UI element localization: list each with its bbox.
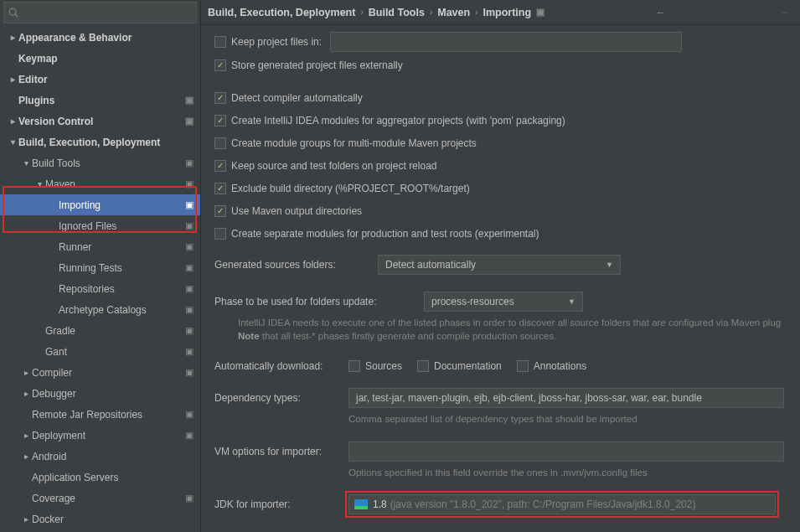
- project-scope-icon: ▣: [185, 367, 197, 378]
- keep-project-files-path-input[interactable]: [330, 32, 682, 52]
- project-scope-icon: ▣: [185, 220, 197, 231]
- sidebar-item-label: Build, Execution, Deployment: [18, 137, 197, 148]
- sidebar-item-appearance-behavior[interactable]: ▸Appearance & Behavior: [0, 27, 200, 48]
- sidebar-item-running-tests[interactable]: ▸Running Tests▣: [0, 257, 200, 278]
- sidebar-item-label: Keymap: [18, 53, 197, 65]
- phase-hint: IntelliJ IDEA needs to execute one of th…: [238, 317, 800, 343]
- sidebar-item-importing[interactable]: ▸Importing▣: [0, 194, 200, 215]
- maven-output-label: Use Maven output directories: [231, 205, 362, 217]
- settings-sidebar: ▸Appearance & Behavior▸Keymap▸Editor▸Plu…: [0, 0, 201, 532]
- project-scope-icon: ▣: [185, 325, 197, 336]
- sidebar-item-gant[interactable]: ▸Gant▣: [0, 341, 200, 362]
- separate-modules-checkbox[interactable]: [214, 228, 226, 240]
- chevron-right-icon: ▸: [20, 389, 32, 398]
- search-icon: [8, 7, 19, 18]
- chevron-down-icon: ▼: [568, 297, 575, 306]
- chevron-right-icon: ▸: [20, 368, 32, 377]
- project-scope-icon: ▣: [185, 409, 197, 420]
- chevron-right-icon: ›: [430, 8, 432, 17]
- phase-value: process-resources: [431, 296, 514, 307]
- sidebar-item-remote-jar-repositories[interactable]: ▸Remote Jar Repositories▣: [0, 404, 200, 425]
- svg-point-0: [9, 8, 16, 15]
- sidebar-item-label: Gant: [45, 346, 185, 358]
- sidebar-item-deployment[interactable]: ▸Deployment▣: [0, 425, 200, 446]
- create-groups-checkbox[interactable]: [214, 137, 226, 149]
- sidebar-item-docker[interactable]: ▸Docker: [0, 509, 200, 529]
- callout-box-jdk: 1.8 (java version "1.8.0_202", path: C:/…: [345, 491, 779, 518]
- sidebar-item-label: Compiler: [32, 367, 185, 379]
- sidebar-item-gradle[interactable]: ▸Gradle▣: [0, 320, 200, 341]
- detect-compiler-label: Detect compiler automatically: [231, 92, 363, 104]
- sidebar-item-version-control[interactable]: ▸Version Control▣: [0, 111, 200, 132]
- create-modules-checkbox[interactable]: [214, 115, 226, 127]
- phase-dropdown[interactable]: process-resources ▼: [424, 292, 583, 312]
- sidebar-item-archetype-catalogs[interactable]: ▸Archetype Catalogs▣: [0, 299, 200, 320]
- project-scope-icon: ▣: [185, 116, 197, 127]
- search-settings-input[interactable]: [3, 2, 197, 23]
- chevron-right-icon: ▸: [7, 116, 18, 126]
- chevron-down-icon: ▾: [34, 179, 45, 189]
- sidebar-item-plugins[interactable]: ▸Plugins▣: [0, 90, 200, 111]
- project-scope-icon: ▣: [185, 304, 197, 315]
- detect-compiler-checkbox[interactable]: [214, 92, 226, 104]
- sidebar-item-compiler[interactable]: ▸Compiler▣: [0, 362, 200, 383]
- sidebar-item-build-tools[interactable]: ▾Build Tools▣: [0, 152, 200, 173]
- dl-sources-label: Sources: [365, 360, 402, 372]
- breadcrumb-part[interactable]: Build Tools: [369, 7, 425, 18]
- maven-output-checkbox[interactable]: [214, 205, 226, 217]
- chevron-down-icon: ▾: [20, 158, 32, 168]
- project-scope-icon: ▣: [185, 283, 197, 294]
- project-scope-icon: ▣: [185, 158, 197, 168]
- sidebar-item-label: Build Tools: [32, 158, 185, 169]
- sidebar-item-application-servers[interactable]: ▸Application Servers: [0, 467, 200, 488]
- project-scope-icon: ▣: [185, 178, 197, 189]
- svg-line-1: [15, 14, 18, 17]
- sidebar-item-coverage[interactable]: ▸Coverage▣: [0, 488, 200, 509]
- dl-annot-checkbox[interactable]: [517, 360, 529, 372]
- sidebar-item-label: Maven: [45, 178, 185, 190]
- project-scope-icon: ▣: [185, 346, 197, 357]
- chevron-right-icon: ▸: [7, 75, 18, 84]
- dl-annot-label: Annotations: [534, 360, 586, 372]
- project-scope-icon: ▣: [185, 95, 197, 106]
- create-modules-label: Create IntelliJ IDEA modules for aggrega…: [231, 115, 565, 127]
- sidebar-item-label: Docker: [32, 514, 197, 525]
- dl-sources-checkbox[interactable]: [348, 360, 360, 372]
- vm-options-input[interactable]: [348, 442, 784, 462]
- sidebar-item-label: Ignored Files: [59, 220, 185, 232]
- jdk-importer-dropdown[interactable]: 1.8 (java version "1.8.0_202", path: C:/…: [348, 494, 776, 514]
- store-externally-label: Store generated project files externally: [231, 59, 403, 71]
- chevron-right-icon: ▸: [20, 431, 32, 440]
- gen-sources-dropdown[interactable]: Detect automatically ▼: [378, 255, 621, 275]
- sidebar-item-label: Running Tests: [59, 262, 185, 274]
- dep-types-hint: Comma separated list of dependency types…: [348, 413, 800, 426]
- sidebar-item-label: Importing: [59, 199, 185, 211]
- sidebar-item-editor[interactable]: ▸Editor: [0, 69, 200, 90]
- sidebar-item-keymap[interactable]: ▸Keymap: [0, 48, 200, 69]
- sidebar-item-build-execution-deployment[interactable]: ▾Build, Execution, Deployment: [0, 132, 200, 152]
- dl-docs-checkbox[interactable]: [417, 360, 429, 372]
- create-groups-label: Create module groups for multi-module Ma…: [231, 137, 477, 149]
- sidebar-item-android[interactable]: ▸Android: [0, 446, 200, 467]
- sidebar-item-ignored-files[interactable]: ▸Ignored Files▣: [0, 215, 200, 236]
- separate-modules-label: Create separate modules for production a…: [231, 228, 539, 240]
- sidebar-item-repositories[interactable]: ▸Repositories▣: [0, 278, 200, 299]
- sidebar-item-label: Plugins: [18, 95, 185, 106]
- sidebar-item-debugger[interactable]: ▸Debugger: [0, 383, 200, 404]
- sidebar-item-runner[interactable]: ▸Runner▣: [0, 236, 200, 257]
- dep-types-value: jar, test-jar, maven-plugin, ejb, ejb-cl…: [356, 392, 702, 404]
- breadcrumb: Build, Execution, Deployment › Build Too…: [201, 0, 800, 25]
- gen-sources-label: Generated sources folders:: [214, 259, 378, 271]
- sidebar-item-maven[interactable]: ▾Maven▣: [0, 173, 200, 194]
- chevron-right-icon: ›: [475, 8, 477, 17]
- nav-forward-button[interactable]: →: [777, 7, 794, 18]
- store-externally-checkbox[interactable]: [214, 59, 226, 71]
- breadcrumb-part[interactable]: Maven: [437, 7, 470, 18]
- keep-folders-checkbox[interactable]: [214, 160, 226, 172]
- dep-types-input[interactable]: jar, test-jar, maven-plugin, ejb, ejb-cl…: [348, 388, 784, 408]
- breadcrumb-part[interactable]: Build, Execution, Deployment: [208, 7, 355, 18]
- nav-back-button[interactable]: ←: [652, 7, 669, 18]
- keep-project-files-checkbox[interactable]: [214, 36, 226, 48]
- exclude-build-checkbox[interactable]: [214, 183, 226, 194]
- settings-tree: ▸Appearance & Behavior▸Keymap▸Editor▸Plu…: [0, 27, 200, 532]
